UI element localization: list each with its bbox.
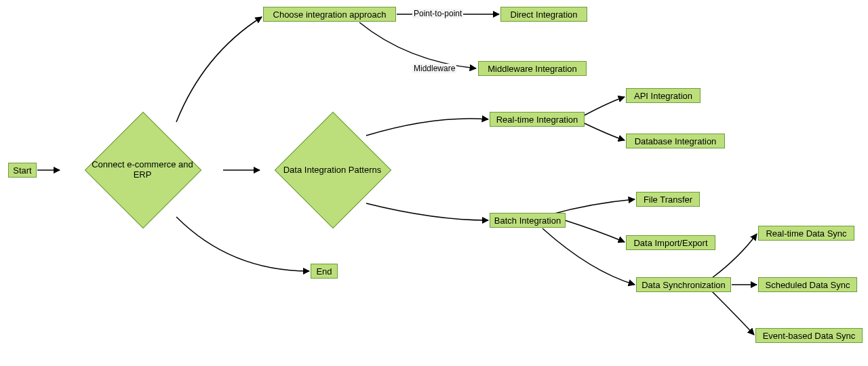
node-rtsync: Real-time Data Sync xyxy=(758,226,854,241)
node-file: File Transfer xyxy=(636,192,700,207)
node-label: Data Synchronization xyxy=(642,280,726,290)
node-label: Scheduled Data Sync xyxy=(765,280,850,290)
node-api: API Integration xyxy=(626,88,701,103)
node-label: Event-based Data Sync xyxy=(763,331,856,341)
edge-label-point-to-point: Point-to-point xyxy=(412,9,463,18)
node-label: File Transfer xyxy=(644,195,692,205)
node-label: Choose integration approach xyxy=(273,9,387,20)
node-eventsync: Event-based Data Sync xyxy=(755,328,863,343)
node-start: Start xyxy=(8,163,37,178)
edge-label-middleware: Middleware xyxy=(412,64,456,73)
node-label: Start xyxy=(13,165,31,176)
node-label: Real-time Integration xyxy=(496,115,578,125)
node-label: Batch Integration xyxy=(494,216,561,226)
node-schedsync: Scheduled Data Sync xyxy=(758,277,857,292)
node-batch: Batch Integration xyxy=(490,213,566,228)
node-label: Database Integration xyxy=(635,136,717,146)
node-direct: Direct Integration xyxy=(500,7,587,22)
node-choose: Choose integration approach xyxy=(263,7,396,22)
node-label: Middleware Integration xyxy=(488,64,577,74)
node-sync: Data Synchronization xyxy=(636,277,731,292)
node-patterns: Data Integration Patterns xyxy=(271,122,393,217)
node-label: Direct Integration xyxy=(511,9,578,20)
node-label: Real-time Data Sync xyxy=(766,228,846,239)
node-middleware: Middleware Integration xyxy=(478,61,587,76)
node-label: API Integration xyxy=(634,91,692,101)
node-end: End xyxy=(311,264,338,279)
node-label: Data Import/Export xyxy=(633,238,707,248)
node-realtime: Real-time Integration xyxy=(490,112,585,127)
node-importexport: Data Import/Export xyxy=(626,235,715,250)
node-db: Database Integration xyxy=(626,134,725,148)
node-label: End xyxy=(316,266,332,277)
node-connect: Connect e-commerce and ERP xyxy=(81,122,203,217)
